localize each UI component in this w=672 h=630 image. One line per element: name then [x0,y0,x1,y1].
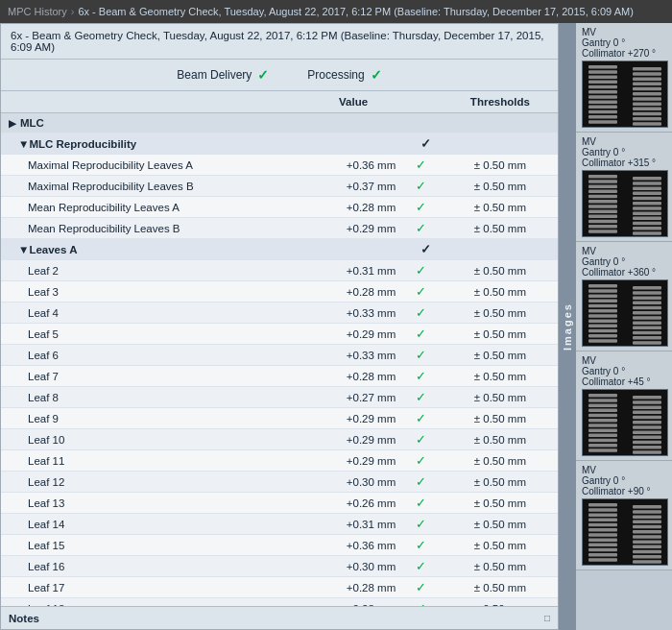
svg-rect-56 [588,300,617,303]
row-check-icon: ✓ [399,535,443,556]
svg-rect-125 [633,545,661,549]
svg-rect-76 [633,341,661,345]
svg-rect-99 [633,436,661,440]
row-check-icon: ✓ [399,556,443,577]
breadcrumb-history[interactable]: MPC History [8,6,67,17]
svg-rect-68 [633,302,661,305]
svg-rect-71 [633,316,661,320]
subsection-arrow-icon: ▼ [18,244,29,255]
row-threshold: ± 0.50 mm [443,281,558,303]
svg-rect-102 [633,450,661,454]
svg-rect-88 [588,439,617,443]
row-check-icon: ✓ [399,387,443,408]
svg-rect-116 [588,558,617,562]
page-title: 6x - Beam & Geometry Check, Tuesday, Aug… [1,24,558,60]
svg-rect-93 [633,405,661,409]
row-label: Leaf 12 [1,472,307,493]
svg-rect-53 [588,284,617,288]
row-label: Leaf 11 [1,450,307,472]
svg-rect-69 [633,306,661,310]
image-thumbnail [582,170,668,237]
row-label: Leaf 6 [1,345,307,366]
svg-rect-43 [633,197,661,201]
row-value: +0.30 mm [307,472,399,493]
table-row: ▼MLC Reproducibility ✓ [1,133,558,155]
images-list[interactable]: MVGantry 0 °Collimator +270 ° MVGantry 0… [576,23,672,630]
main-container: 6x - Beam & Geometry Check, Tuesday, Aug… [0,23,672,630]
svg-rect-87 [588,434,617,438]
image-label: MVGantry 0 °Collimator +270 ° [582,27,666,59]
row-value: +0.29 mm [307,450,399,472]
svg-rect-92 [633,400,661,404]
svg-rect-58 [588,309,617,313]
table-row: Leaf 16 +0.30 mm ✓ ± 0.50 mm [1,556,558,577]
row-check-icon: ✓ [399,281,443,303]
processing-label: Processing [307,68,364,82]
svg-rect-37 [588,225,617,229]
svg-rect-29 [588,184,617,188]
image-item[interactable]: MVGantry 0 °Collimator +315 ° [576,133,672,242]
table-row: Leaf 6 +0.33 mm ✓ ± 0.50 mm [1,345,558,366]
svg-rect-28 [588,180,617,183]
row-check-icon: ✓ [399,429,443,450]
row-value: +0.29 mm [307,408,399,429]
subsection-arrow-icon: ▼ [18,138,29,150]
svg-rect-38 [588,230,617,233]
notes-bar[interactable]: Notes □ [1,606,558,629]
svg-rect-67 [633,296,661,300]
svg-rect-120 [633,521,661,524]
table-row: Mean Reproducibility Leaves B +0.29 mm ✓… [1,218,558,239]
beam-delivery-label: Beam Delivery [177,68,252,82]
svg-rect-34 [588,209,617,213]
image-item[interactable]: MVGantry 0 °Collimator +360 ° [576,242,672,351]
status-row: Beam Delivery ✓ Processing ✓ [1,60,558,91]
image-item[interactable]: MVGantry 0 °Collimator +270 ° [576,23,672,133]
svg-rect-77 [617,280,633,346]
svg-rect-114 [588,548,617,552]
image-item[interactable]: MVGantry 0 °Collimator +90 ° [576,461,672,570]
svg-rect-18 [633,92,661,96]
processing-check-icon: ✓ [371,67,382,83]
row-value: +0.33 mm [307,345,399,366]
row-check-icon: ✓ [399,450,443,472]
svg-rect-45 [633,206,661,210]
table-row: Leaf 3 +0.28 mm ✓ ± 0.50 mm [1,281,558,303]
svg-rect-3 [588,75,617,79]
svg-rect-63 [588,334,617,338]
table-row: Leaf 7 +0.28 mm ✓ ± 0.50 mm [1,366,558,387]
row-check-icon: ✓ [399,598,443,607]
svg-rect-81 [588,403,617,407]
row-threshold: ± 0.50 mm [443,197,558,218]
row-label: Leaf 17 [1,577,307,598]
data-table-container[interactable]: Value Thresholds ▶MLC ▼MLC Reproducibili… [1,91,558,606]
svg-rect-128 [633,560,661,564]
row-threshold: ± 0.50 mm [443,450,558,472]
left-panel: 6x - Beam & Geometry Check, Tuesday, Aug… [0,23,559,630]
svg-rect-5 [588,85,617,89]
row-label: Leaf 14 [1,514,307,535]
svg-rect-51 [617,171,633,236]
row-check-icon: ✓ [399,408,443,429]
row-check-icon: ✓ [399,260,443,281]
svg-rect-54 [588,289,617,293]
svg-rect-64 [588,339,617,343]
image-item[interactable]: MVGantry 0 °Collimator +45 ° [576,351,672,461]
svg-rect-14 [633,72,661,76]
row-value: +0.28 mm [307,598,399,607]
row-check-icon: ✓ [399,514,443,535]
svg-rect-117 [633,505,661,509]
col-header-thresholds: Thresholds [443,91,558,113]
svg-rect-62 [588,329,617,333]
row-label: Leaf 2 [1,260,307,281]
svg-rect-101 [633,446,661,449]
row-check-icon: ✓ [399,577,443,598]
notes-expand-icon[interactable]: □ [544,613,550,623]
svg-rect-126 [633,550,661,554]
row-label: Leaf 7 [1,366,307,387]
svg-rect-74 [633,331,661,335]
svg-rect-84 [588,419,617,423]
row-check-icon: ✓ [399,197,443,218]
svg-rect-85 [588,424,617,427]
table-row: Leaf 10 +0.29 mm ✓ ± 0.50 mm [1,429,558,450]
row-value: +0.29 mm [307,324,399,345]
